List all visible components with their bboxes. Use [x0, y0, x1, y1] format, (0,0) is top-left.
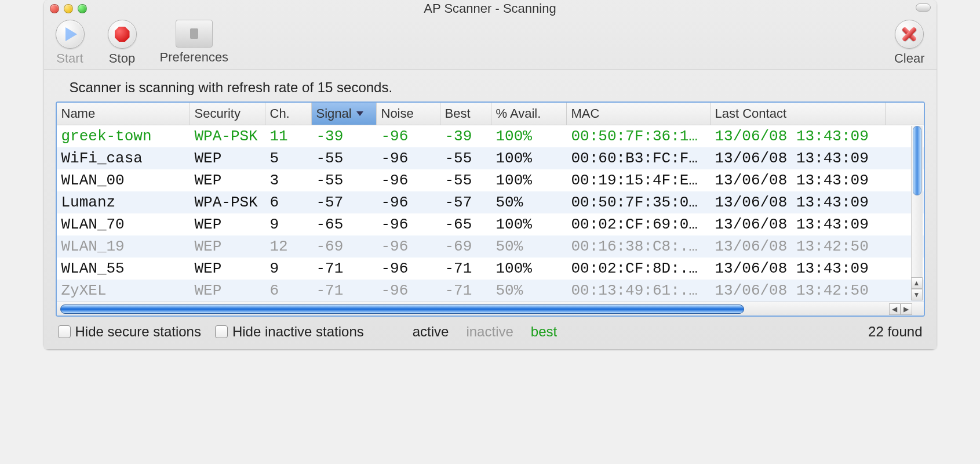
close-window-button[interactable] [50, 4, 59, 13]
hide-secure-label: Hide secure stations [75, 324, 201, 339]
cell-name: WLAN_70 [57, 213, 190, 235]
cell-avail: 100% [491, 125, 567, 147]
table-row[interactable]: WiFi_casaWEP5-55-96-55100%00:60:B3:FC:F.… [57, 147, 924, 169]
checkbox-icon [215, 325, 228, 338]
cell-ch: 3 [265, 169, 312, 191]
cell-last: 13/06/08 13:42:50 [711, 235, 886, 258]
results-table: Name Security Ch. Signal Noise Best % Av… [56, 102, 925, 317]
cell-ch: 9 [265, 213, 312, 235]
toolbar: Start Stop Preferences Clear [44, 17, 937, 70]
cell-security: WEP [190, 147, 265, 169]
cell-best: -55 [440, 169, 491, 191]
cell-ch: 6 [265, 280, 312, 302]
cell-ch: 5 [265, 147, 312, 169]
cell-ch: 12 [265, 235, 312, 258]
cell-name: ZyXEL [57, 280, 190, 302]
start-button[interactable]: Start [56, 20, 85, 66]
scroll-right-button[interactable]: ▶ [901, 303, 912, 315]
cell-noise: -96 [377, 191, 440, 213]
cell-noise: -96 [377, 147, 440, 169]
col-channel[interactable]: Ch. [265, 103, 312, 125]
cell-name: WLAN_55 [57, 258, 190, 280]
zoom-window-button[interactable] [78, 4, 87, 13]
hide-inactive-checkbox[interactable]: Hide inactive stations [215, 324, 364, 340]
clear-button[interactable]: Clear [894, 20, 925, 66]
cell-avail: 50% [491, 235, 567, 258]
table-row[interactable]: WLAN_19WEP12-69-96-6950%00:16:38:C8:...1… [57, 235, 924, 258]
col-last-contact[interactable]: Last Contact [711, 103, 886, 125]
clear-button-label: Clear [894, 51, 925, 66]
cell-security: WEP [190, 280, 265, 302]
cell-best: -65 [440, 213, 491, 235]
cell-noise: -96 [377, 169, 440, 191]
cell-best: -71 [440, 258, 491, 280]
window-title: AP Scanner - Scanning [44, 1, 937, 16]
vertical-scroll-thumb[interactable] [913, 126, 921, 195]
table-row[interactable]: WLAN_00WEP3-55-96-55100%00:19:15:4F:E...… [57, 169, 924, 191]
scroll-down-button[interactable]: ▼ [911, 289, 923, 300]
cell-mac: 00:16:38:C8:... [567, 235, 711, 258]
cell-mac: 00:50:7F:35:0... [567, 191, 711, 213]
cell-ch: 9 [265, 258, 312, 280]
col-signal[interactable]: Signal [312, 103, 377, 125]
table-row[interactable]: WLAN_70WEP9-65-96-65100%00:02:CF:69:0...… [57, 213, 924, 235]
horizontal-scrollbar[interactable]: ◀ ▶ [57, 302, 924, 316]
titlebar: AP Scanner - Scanning [44, 0, 937, 17]
cell-noise: -96 [377, 213, 440, 235]
stop-button-label: Stop [109, 51, 135, 66]
table-row[interactable]: ZyXELWEP6-71-96-7150%00:13:49:61:...13/0… [57, 280, 924, 302]
cell-avail: 100% [491, 213, 567, 235]
cell-signal: -71 [312, 280, 377, 302]
cell-avail: 100% [491, 169, 567, 191]
cell-avail: 100% [491, 147, 567, 169]
footer: Hide secure stations Hide inactive stati… [56, 317, 925, 340]
cell-signal: -65 [312, 213, 377, 235]
legend-active: active [413, 324, 449, 340]
col-name[interactable]: Name [57, 103, 190, 125]
table-row[interactable]: LumanzWPA-PSK6-57-96-5750%00:50:7F:35:0.… [57, 191, 924, 213]
cell-signal: -55 [312, 169, 377, 191]
window-controls [50, 4, 87, 13]
cell-mac: 00:13:49:61:... [567, 280, 711, 302]
vertical-scrollbar[interactable] [911, 126, 923, 300]
close-icon [901, 26, 918, 43]
cell-last: 13/06/08 13:43:09 [711, 213, 886, 235]
col-security[interactable]: Security [190, 103, 265, 125]
cell-last: 13/06/08 13:42:50 [711, 280, 886, 302]
cell-mac: 00:02:CF:69:0... [567, 213, 711, 235]
preferences-button[interactable]: Preferences [160, 20, 229, 65]
table-row[interactable]: greek-townWPA-PSK11-39-96-39100%00:50:7F… [57, 125, 924, 147]
scroll-up-button[interactable]: ▲ [911, 277, 923, 289]
cell-ch: 11 [265, 125, 312, 147]
cell-avail: 100% [491, 258, 567, 280]
cell-signal: -39 [312, 125, 377, 147]
table-row[interactable]: WLAN_55WEP9-71-96-71100%00:02:CF:8D:...1… [57, 258, 924, 280]
cell-name: greek-town [57, 125, 190, 147]
minimize-window-button[interactable] [64, 4, 73, 13]
cell-security: WEP [190, 213, 265, 235]
preferences-button-label: Preferences [160, 50, 229, 65]
cell-mac: 00:19:15:4F:E... [567, 169, 711, 191]
scroll-left-button[interactable]: ◀ [889, 303, 901, 315]
cell-last: 13/06/08 13:43:09 [711, 147, 886, 169]
col-avail[interactable]: % Avail. [491, 103, 567, 125]
window: AP Scanner - Scanning Start Stop Prefere… [44, 0, 937, 349]
cell-noise: -96 [377, 235, 440, 258]
cell-last: 13/06/08 13:43:09 [711, 169, 886, 191]
cell-noise: -96 [377, 125, 440, 147]
cell-mac: 00:02:CF:8D:... [567, 258, 711, 280]
stop-button[interactable]: Stop [108, 20, 137, 66]
stop-icon [115, 27, 130, 42]
col-best[interactable]: Best [440, 103, 491, 125]
cell-signal: -71 [312, 258, 377, 280]
horizontal-scroll-thumb[interactable] [60, 304, 745, 314]
cell-best: -57 [440, 191, 491, 213]
cell-best: -39 [440, 125, 491, 147]
toolbar-toggle-pill[interactable] [916, 3, 931, 12]
col-noise[interactable]: Noise [377, 103, 440, 125]
cell-noise: -96 [377, 258, 440, 280]
hide-secure-checkbox[interactable]: Hide secure stations [58, 324, 201, 340]
found-count: 22 found [868, 324, 922, 340]
cell-best: -71 [440, 280, 491, 302]
col-mac[interactable]: MAC [567, 103, 711, 125]
